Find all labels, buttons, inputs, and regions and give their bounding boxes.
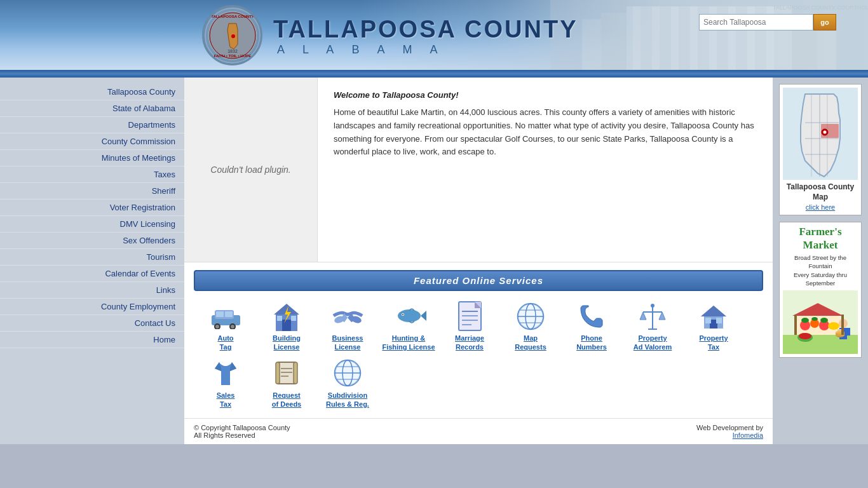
nav-item-links[interactable]: Links <box>0 282 184 299</box>
nav-item-county-employment[interactable]: County Employment <box>0 299 184 315</box>
scroll-icon <box>268 356 306 391</box>
svg-rect-5 <box>652 6 660 70</box>
search-input[interactable] <box>699 14 813 30</box>
county-seal: TALLAPOOSA COUNTY FAITH • TOIL • HOPE 18… <box>202 5 262 65</box>
search-bar: go <box>699 14 836 30</box>
nav-item-contact-us[interactable]: Contact Us <box>0 315 184 332</box>
service-phone-numbers[interactable]: PhoneNumbers <box>563 299 620 352</box>
car-icon <box>208 304 243 329</box>
globe2-svg <box>332 357 363 389</box>
hunting-fishing-label: Hunting &Fishing License <box>382 334 435 352</box>
svg-rect-34 <box>291 316 296 321</box>
phone-numbers-label: PhoneNumbers <box>576 334 607 352</box>
document-svg <box>456 299 484 334</box>
nav-item-sex-offenders[interactable]: Sex Offenders <box>0 233 184 249</box>
house-svg <box>698 301 729 332</box>
service-property-tax[interactable]: PropertyTax <box>685 299 742 352</box>
main-layout: Tallapoosa CountyState of AlabamaDepartm… <box>0 78 868 444</box>
service-marriage-records[interactable]: MarriageRecords <box>441 299 498 352</box>
svg-point-27 <box>231 325 234 329</box>
service-request-of-deeds[interactable]: Requestof Deeds <box>258 356 315 409</box>
globe2-icon <box>329 356 367 391</box>
svg-point-38 <box>398 309 421 322</box>
nav-item-departments[interactable]: Departments <box>0 117 184 133</box>
svg-text:TALLAPOOSA COUNTY COURTHOUSE: TALLAPOOSA COUNTY COURTHOUSE <box>773 4 868 11</box>
svg-rect-63 <box>716 318 722 323</box>
service-property-ad-valorem[interactable]: PropertyAd Valorem <box>624 299 681 352</box>
right-sidebar: Tallapoosa County Map click here Farmer'… <box>773 78 868 444</box>
property-ad-valorem-label: PropertyAd Valorem <box>634 334 672 352</box>
service-sales-tax[interactable]: SalesTax <box>197 356 254 409</box>
svg-point-105 <box>799 333 811 339</box>
nav-item-county-commission[interactable]: County Commission <box>0 133 184 150</box>
phone-svg <box>576 301 607 332</box>
search-button-label: go <box>820 18 829 26</box>
building-license-label: BuildingLicense <box>273 334 301 352</box>
building-svg-icon <box>271 301 302 332</box>
svg-point-85 <box>824 131 827 134</box>
auto-tag-icon <box>207 299 245 334</box>
property-tax-label: PropertyTax <box>699 334 728 352</box>
nav-item-minutes-of-meetings[interactable]: Minutes of Meetings <box>0 150 184 166</box>
nav-item-sheriff[interactable]: Sheriff <box>0 183 184 200</box>
center-content: Couldn't load plugin. Welcome to Tallapo… <box>184 78 773 444</box>
services-grid: AutoTag B <box>194 299 763 418</box>
welcome-title: Welcome to Tallapoosa County! <box>334 90 757 100</box>
featured-header: Featured Online Services <box>194 270 763 291</box>
service-building-license[interactable]: BuildingLicense <box>258 299 315 352</box>
nav-item-tourism[interactable]: Tourism <box>0 249 184 266</box>
nav-item-voter-registration[interactable]: Voter Registration <box>0 200 184 216</box>
map-link[interactable]: click here <box>806 203 835 211</box>
service-auto-tag[interactable]: AutoTag <box>197 299 254 352</box>
svg-rect-62 <box>705 318 711 323</box>
document-icon <box>451 299 489 334</box>
service-hunting-fishing[interactable]: Hunting &Fishing License <box>380 299 437 352</box>
svg-rect-33 <box>277 316 282 321</box>
svg-text:1832: 1832 <box>227 49 238 53</box>
svg-rect-7 <box>690 6 698 70</box>
infomedia-link[interactable]: Infomedia <box>733 431 763 439</box>
service-business-license[interactable]: BusinessLicense <box>319 299 376 352</box>
service-subdivision-rules[interactable]: SubdivisionRules & Reg. <box>319 356 376 409</box>
nav-item-home[interactable]: Home <box>0 332 184 348</box>
nav-item-calendar-of-events[interactable]: Calendar of Events <box>0 266 184 282</box>
service-map-requests[interactable]: MapRequests <box>502 299 559 352</box>
svg-rect-100 <box>847 328 850 336</box>
alabama-map <box>783 88 858 180</box>
nav-item-state-of-alabama[interactable]: State of Alabama <box>0 100 184 117</box>
nav-item-taxes[interactable]: Taxes <box>0 166 184 183</box>
nav-item-tallapoosa-county[interactable]: Tallapoosa County <box>0 84 184 100</box>
svg-point-95 <box>811 317 818 321</box>
svg-marker-60 <box>701 306 726 316</box>
svg-point-93 <box>828 322 839 330</box>
welcome-body: Home of beautiful Lake Martin, on 44,000… <box>334 106 757 159</box>
left-nav: Tallapoosa CountyState of AlabamaDepartm… <box>0 78 184 444</box>
handshake-icon <box>329 299 367 334</box>
svg-point-57 <box>651 304 654 308</box>
house-icon <box>695 299 733 334</box>
plugin-area: Couldn't load plugin. <box>184 78 318 262</box>
svg-point-21 <box>231 34 235 38</box>
svg-rect-65 <box>276 362 280 384</box>
svg-point-96 <box>820 318 828 323</box>
svg-rect-32 <box>282 320 291 331</box>
farmers-market-image <box>783 290 858 354</box>
farmers-market-box: Farmer's Market Broad Street by the Foun… <box>779 222 862 358</box>
globe-icon <box>512 299 550 334</box>
header: TALLAPOOSA COUNTY COURTHOUSE TALLAPOOSA … <box>0 0 868 70</box>
featured-section: Featured Online Services <box>184 262 773 418</box>
search-button[interactable]: go <box>813 14 836 30</box>
farmers-sub2: Every Saturday thru September <box>783 271 858 288</box>
welcome-area: Welcome to Tallapoosa County! Home of be… <box>318 78 773 262</box>
globe-svg <box>515 301 546 332</box>
svg-point-41 <box>402 314 403 315</box>
footer-webdev: Web Development by Infomedia <box>696 424 763 439</box>
svg-rect-66 <box>294 362 297 384</box>
phone-icon <box>573 299 611 334</box>
scale-svg <box>637 301 668 332</box>
nav-item-dmv-licensing[interactable]: DMV Licensing <box>0 216 184 233</box>
building-icon <box>268 299 306 334</box>
footer: © Copyright Tallapoosa County All Rights… <box>184 418 773 444</box>
copyright-text: © Copyright Tallapoosa County All Rights… <box>194 424 290 439</box>
blue-stripe <box>0 70 868 78</box>
